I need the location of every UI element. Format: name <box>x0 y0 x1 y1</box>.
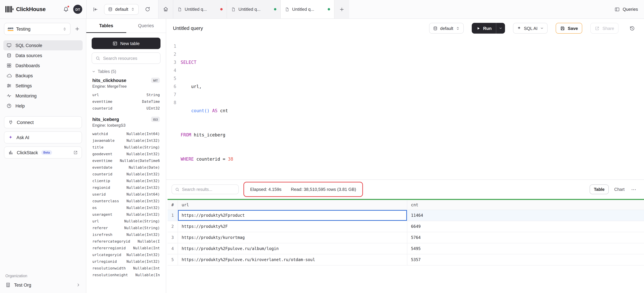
column-type: Nullable(Date) <box>129 165 160 169</box>
column-row[interactable]: goodeventNullable(Int32) <box>86 151 166 157</box>
column-row[interactable]: eventtimeNullable(DateTime6 <box>86 157 166 164</box>
column-row[interactable]: eventdateNullable(Date) <box>86 164 166 171</box>
more-options-button[interactable]: ⋯ <box>630 186 638 192</box>
database-icon <box>108 7 113 12</box>
add-service-button[interactable] <box>72 24 82 34</box>
cnt-cell[interactable]: 6649 <box>407 221 644 232</box>
cnt-cell[interactable]: 5764 <box>407 232 644 243</box>
save-label: Save <box>568 26 578 31</box>
url-cell[interactable]: https://produkty%2F <box>178 221 407 232</box>
result-row[interactable]: 2 https://produkty%2F 6649 <box>168 221 644 232</box>
new-tab-button[interactable] <box>334 0 349 19</box>
header-cnt[interactable]: cnt <box>407 200 644 210</box>
column-row[interactable]: urlNullable(String) <box>86 218 166 224</box>
view-chart-button[interactable]: Chart <box>612 187 626 192</box>
table-name: hits_clickhouse <box>92 78 126 83</box>
queries-button[interactable]: Queries <box>614 7 638 12</box>
column-row[interactable]: useridNullable(Int64) <box>86 191 166 198</box>
url-cell[interactable]: https://produkty%2Fpulove.ru/kiroverlane… <box>178 254 407 265</box>
sql-editor[interactable]: 1 2 3 4 5 6 7 8 SELECT url, count() AS c… <box>166 38 644 179</box>
column-row[interactable]: counteridUInt32 <box>86 105 166 112</box>
run-button[interactable]: Run <box>472 23 505 34</box>
cnt-cell[interactable]: 5357 <box>407 254 644 265</box>
result-row[interactable]: 3 https://produkty/kurortmag 5764 <box>168 232 644 243</box>
column-row[interactable]: resolutionheightNullable(In <box>86 271 166 278</box>
column-row[interactable]: javaenableNullable(Int32) <box>86 137 166 144</box>
column-type: Nullable(String) <box>124 219 160 223</box>
sidebar-item-help[interactable]: Help <box>3 101 82 111</box>
query-tab-1[interactable]: Untitled q... <box>173 0 227 19</box>
column-row[interactable]: referercategoryidNullable(I <box>86 238 166 245</box>
column-row[interactable]: refererregionidNullable(Int <box>86 245 166 251</box>
column-row[interactable]: counteridNullable(Int32) <box>86 171 166 177</box>
refresh-button[interactable] <box>143 5 152 14</box>
url-cell[interactable]: https://produkty/kurortmag <box>178 232 407 243</box>
search-resources-input[interactable] <box>103 56 157 61</box>
new-table-button[interactable]: New table <box>92 38 160 49</box>
sidebar-item-label: Monitoring <box>16 93 36 98</box>
code-token: cnt <box>218 108 228 113</box>
column-row[interactable]: urlString <box>86 91 166 98</box>
query-history-button[interactable] <box>626 23 637 34</box>
cnt-cell[interactable]: 5495 <box>407 243 644 254</box>
url-cell-selected[interactable]: https://produkty%2Fproduct <box>178 210 407 221</box>
sidebar-item-settings[interactable]: Settings <box>3 81 82 91</box>
sidebar-item-monitoring[interactable]: Monitoring <box>3 91 82 101</box>
search-resources-box <box>92 52 160 64</box>
url-cell[interactable]: https://produkty%2Fpulove.ru/album/login <box>178 243 407 254</box>
collapse-panel-button[interactable] <box>91 5 100 14</box>
topbar-database-selector[interactable]: default <box>104 4 139 15</box>
column-row[interactable]: resolutionwidthNullable(Int <box>86 265 166 271</box>
sidebar-item-dashboards[interactable]: Dashboards <box>3 61 82 71</box>
cloud-icon <box>6 73 12 78</box>
query-tab-3-active[interactable]: Untitled q... <box>281 0 334 19</box>
sidebar-item-data-sources[interactable]: Data sources <box>3 50 82 61</box>
table-header[interactable]: hits_clickhouse MT <box>86 75 166 83</box>
column-row[interactable]: regionidNullable(Int32) <box>86 184 166 191</box>
column-row[interactable]: useragentNullable(Int32) <box>86 211 166 218</box>
column-row[interactable]: titleNullable(String) <box>86 144 166 151</box>
save-button[interactable]: Save <box>556 23 582 34</box>
home-button[interactable] <box>158 0 173 19</box>
cnt-cell[interactable]: 11464 <box>407 210 644 221</box>
result-row[interactable]: 5 https://produkty%2Fpulove.ru/kiroverla… <box>168 254 644 265</box>
organization-selector[interactable]: Test Org <box>5 282 80 288</box>
run-options-caret[interactable] <box>496 23 505 34</box>
engine-badge: IS3 <box>151 117 160 122</box>
column-row[interactable]: counterclassNullable(Int32) <box>86 198 166 204</box>
clickstack-link[interactable]: ClickStack Beta <box>4 147 82 159</box>
code-token: url, <box>181 84 202 89</box>
column-row[interactable]: eventtimeDateTime <box>86 98 166 105</box>
sidebar-item-backups[interactable]: Backups <box>3 71 82 81</box>
table-header[interactable]: hits_iceberg IS3 <box>86 114 166 122</box>
tab-tables[interactable]: Tables <box>86 19 126 33</box>
sql-ai-selector[interactable]: SQL AI <box>513 23 548 34</box>
search-results-input[interactable] <box>182 187 235 192</box>
column-row[interactable]: osNullable(Int32) <box>86 204 166 211</box>
sidebar-item-sql-console[interactable]: SQL Console <box>3 40 82 50</box>
column-row[interactable]: refererNullable(String) <box>86 224 166 231</box>
beta-badge: Beta <box>41 150 52 155</box>
run-label: Run <box>483 26 492 31</box>
result-row[interactable]: 1 https://produkty%2Fproduct 11464 <box>168 210 644 221</box>
editor-database-selector[interactable]: default <box>429 23 464 34</box>
column-row[interactable]: isrefreshNullable(Int32) <box>86 231 166 238</box>
share-button[interactable]: Share <box>590 23 618 34</box>
connect-button[interactable]: Connect <box>4 116 82 128</box>
line-number: 6 <box>168 83 176 91</box>
tab-queries[interactable]: Queries <box>126 19 166 33</box>
column-row[interactable]: urlcategoryidNullable(Int32) <box>86 251 166 258</box>
line-number: 1 <box>168 42 176 50</box>
column-row[interactable]: urlregionidNullable(Int32) <box>86 258 166 265</box>
workspace-selector[interactable]: aws Testing <box>4 23 70 35</box>
query-tab-2[interactable]: Untitled q... <box>227 0 281 19</box>
user-avatar[interactable]: DT <box>73 5 82 14</box>
notifications-button[interactable] <box>61 5 70 14</box>
ask-ai-button[interactable]: Ask AI <box>4 131 82 143</box>
result-row[interactable]: 4 https://produkty%2Fpulove.ru/album/log… <box>168 243 644 254</box>
column-row[interactable]: watchidNullable(Int64) <box>86 130 166 137</box>
view-table-button[interactable]: Table <box>590 184 609 194</box>
column-row[interactable]: clientipNullable(Int32) <box>86 177 166 184</box>
tables-section-header[interactable]: Tables (5) <box>86 67 166 75</box>
header-url[interactable]: url <box>178 200 407 210</box>
